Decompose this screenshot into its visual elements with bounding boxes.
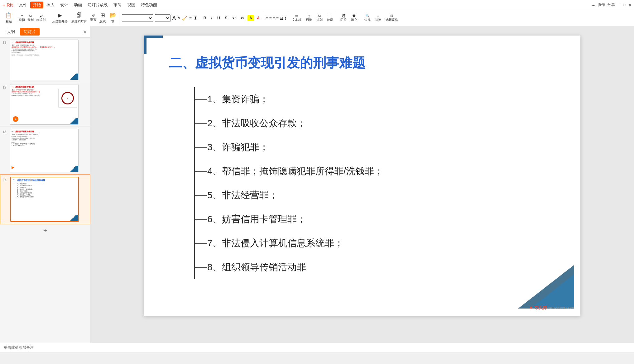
crime-item-2: 2、非法吸收公众存款；	[195, 111, 555, 135]
corner-decoration-tl	[144, 36, 163, 54]
new-slide-button[interactable]: 🗐 新建幻灯片	[70, 12, 89, 24]
select-pane-icon: ⊡	[390, 14, 393, 18]
italic-button[interactable]: I	[209, 15, 214, 21]
content-area: 二、虚拟货币变现引发的刑事难题 1、集资诈骗；2、非法吸收公众存款；3、诈骗犯罪…	[90, 26, 634, 343]
fill-button[interactable]: ⬟ 填充	[349, 12, 359, 24]
shape-button[interactable]: △ 形状	[304, 12, 314, 24]
arrange-button[interactable]: ⧉ 排列	[315, 12, 324, 24]
add-slide-button[interactable]: ＋	[0, 224, 90, 236]
maximize-btn[interactable]: □	[624, 3, 626, 7]
paste-group: 📋 粘贴	[2, 11, 15, 25]
watermark: ✦ 币大师 www.99hufu.com	[529, 304, 574, 311]
fill-icon: ⬟	[353, 14, 356, 18]
tab-outline[interactable]: 大纲	[3, 28, 19, 36]
share-btn[interactable]: 分享	[608, 2, 615, 7]
copy-button[interactable]: ⧉ 复制	[26, 12, 35, 24]
collaborate-btn[interactable]: 协作	[598, 2, 605, 7]
format-brush-icon: 🖌	[39, 14, 43, 18]
highlight-btn[interactable]: A	[247, 15, 254, 21]
crime-item-4: 4、帮信罪；掩饰隐瞒犯罪所得罪/洗钱罪；	[195, 159, 555, 183]
menu-insert[interactable]: 插入	[44, 2, 57, 8]
superscript-btn[interactable]: x²	[231, 15, 238, 21]
clipboard-group: ✂ 剪切 ⧉ 复制 🖌 格式刷	[17, 11, 48, 25]
align-left-btn[interactable]: ≡	[266, 16, 268, 21]
crime-item-1: 1、集资诈骗；	[195, 87, 555, 111]
menu-design[interactable]: 设计	[58, 2, 71, 8]
arrange-icon: ⧉	[318, 14, 321, 18]
menu-start[interactable]: 开始	[30, 2, 43, 8]
crime-item-text-3: 3、诈骗犯罪；	[207, 141, 269, 154]
start-from-current-button[interactable]: ▶ 从当前开始	[50, 12, 69, 24]
crime-item-text-6: 6、妨害信用卡管理罪；	[207, 213, 306, 226]
close-btn[interactable]: ✕	[628, 3, 632, 7]
font-size-increase-btn[interactable]: A	[172, 15, 176, 21]
slide-thumb-14[interactable]: 14 二、虚拟货币变现引发的刑事难题 1、集资诈骗； 2、非法吸收公众存款； 3…	[0, 175, 90, 224]
main-area: 大纲 幻灯片 ✕ 11 一、虚拟货币刑事法律问题 【三】虚拟货币ICO项目合规性…	[0, 26, 634, 343]
image-button[interactable]: 🖼 图片	[339, 12, 348, 24]
insert-group: ▭ 文本框 △ 形状 ⧉ 排列 ◻ 轮廓	[289, 11, 336, 25]
watermark-text: 币大师	[535, 305, 547, 311]
reset-button[interactable]: ↺ 重置	[89, 12, 97, 24]
find-button[interactable]: 🔍 查找	[363, 12, 372, 24]
format-group: B I U S x² x₂ A A	[200, 11, 263, 25]
menu-file[interactable]: 文件	[17, 2, 30, 8]
format-brush-button[interactable]: 🖌 格式刷	[35, 12, 46, 24]
add-note-text[interactable]: 单击此处添加备注	[4, 345, 34, 350]
slide-thumb-11[interactable]: 11 一、虚拟货币刑事法律问题 【三】虚拟货币ICO项目合规性？ 虚拟货币相关活…	[0, 38, 90, 82]
menu-special[interactable]: 特色功能	[138, 2, 160, 8]
menu-slideshow[interactable]: 幻灯片放映	[85, 2, 110, 8]
layout-button[interactable]: ⊞ 版式	[98, 12, 107, 24]
font-size-select[interactable]	[155, 14, 171, 22]
subscript-btn[interactable]: x₂	[239, 15, 246, 21]
bold-button[interactable]: B	[202, 15, 208, 21]
menu-view[interactable]: 视图	[125, 2, 138, 8]
font-size-decrease-btn[interactable]: A	[178, 16, 180, 20]
slide-thumb-13[interactable]: 13 一、虚拟货币刑事法律问题 【四】承兑商购买虚拟货币执行问题是？ • 承兑商…	[0, 127, 90, 175]
cut-button[interactable]: ✂ 剪切	[18, 12, 26, 24]
crime-list-container: 1、集资诈骗；2、非法吸收公众存款；3、诈骗犯罪；4、帮信罪；掩饰隐瞒犯罪所得罪…	[194, 87, 555, 279]
reset-icon: ↺	[92, 14, 95, 18]
crime-item-text-4: 4、帮信罪；掩饰隐瞒犯罪所得罪/洗钱罪；	[207, 165, 383, 178]
line-spacing-btn[interactable]: ↕	[284, 16, 286, 21]
toolbar-row1: 📋 粘贴 ✂ 剪切 ⧉ 复制 🖌 格式刷 ▶ 从当前开始 🗐 新建幻灯片 ↺ 重…	[0, 10, 634, 26]
font-family-select[interactable]	[122, 14, 153, 22]
font-group: A A 🧹 ≡ ①	[121, 11, 199, 25]
paste-button[interactable]: 📋 粘贴	[4, 12, 14, 24]
svg-marker-1	[531, 274, 574, 309]
status-bar: 单击此处添加备注	[0, 343, 634, 352]
align-center-btn[interactable]: ≡	[269, 16, 271, 21]
strikethrough-button[interactable]: S	[223, 15, 229, 21]
underline-button[interactable]: U	[215, 15, 222, 21]
justify-btn[interactable]: ≡	[276, 16, 279, 21]
cut-icon: ✂	[21, 14, 23, 18]
image-group: 🖼 图片 ⬟ 填充	[338, 11, 360, 25]
tab-slides[interactable]: 幻灯片	[20, 28, 40, 36]
slide-thumb-12[interactable]: 12 一、虚拟货币刑事法律问题 【三】承兑商ICO项目合规问题？ 虚拟货币相关活…	[0, 82, 90, 127]
close-panel-button[interactable]: ✕	[83, 29, 87, 35]
watermark-url: www.99hufu.com	[548, 306, 574, 310]
paste-icon: 📋	[5, 12, 12, 19]
menu-review[interactable]: 审阅	[111, 2, 124, 8]
number-list-btn[interactable]: ①	[194, 16, 198, 21]
align-right-btn[interactable]: ≡	[273, 16, 275, 21]
section-button[interactable]: 📂 节	[108, 12, 118, 24]
clear-format-btn[interactable]: 🧹	[182, 16, 187, 21]
crime-item-text-1: 1、集资诈骗；	[207, 93, 269, 106]
outline-button[interactable]: ◻ 轮廓	[325, 12, 335, 24]
replace-button[interactable]: ↔ 替换	[373, 12, 383, 24]
crime-item-6: 6、妨害信用卡管理罪；	[195, 207, 555, 231]
slide-title: 二、虚拟货币变现引发的刑事难题	[169, 54, 555, 72]
app-logo: ≡ Rit	[2, 2, 13, 7]
crime-item-text-2: 2、非法吸收公众存款；	[207, 117, 306, 130]
slide-preview-13: 一、虚拟货币刑事法律问题 【四】承兑商购买虚拟货币执行问题是？ • 承兑商，虚拟…	[10, 129, 79, 172]
select-pane-button[interactable]: ⊡ 选择窗格	[384, 12, 400, 24]
col-layout-btn[interactable]: ⊟	[280, 16, 283, 21]
menu-animation[interactable]: 动画	[71, 2, 84, 8]
find-icon: 🔍	[365, 14, 370, 18]
font-color-btn[interactable]: A	[255, 15, 262, 21]
crime-item-8: 8、组织领导传销活动罪	[195, 255, 555, 279]
minimize-btn[interactable]: －	[617, 2, 621, 7]
bullet-list-btn[interactable]: ≡	[189, 16, 192, 21]
textbox-button[interactable]: ▭ 文本框	[291, 12, 303, 24]
layout-icon: ⊞	[100, 12, 105, 19]
